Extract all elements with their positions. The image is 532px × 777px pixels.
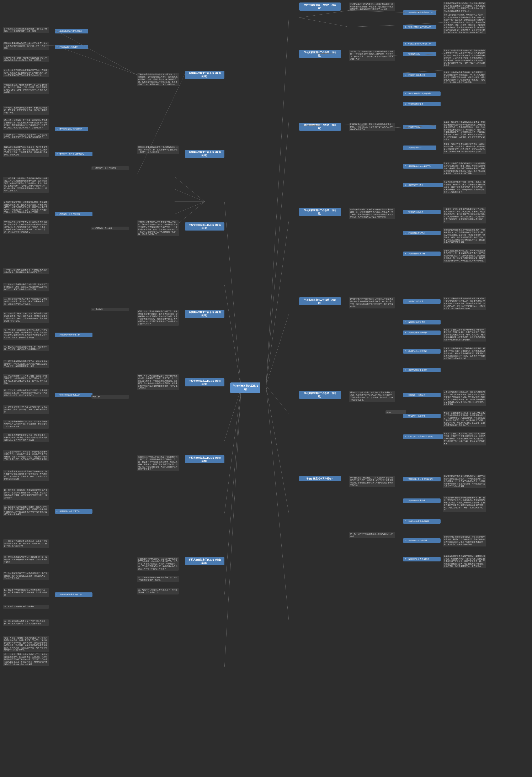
rb3-sub3: 三、仪器设备的维护与保养工作 (403, 164, 445, 169)
lb2-sub1: 半学期来，本室认真开展实验教学，积极组织实验活动，配合备课，协助开展教研活动，保… (3, 106, 49, 115)
extra-sub1: 3、教研教学、欢迎大家来看 (92, 166, 129, 170)
lb3-intro: 学校实验室本学期的工作是本学期学校工作的心，与为研究实验教学为目标，积极推进学生… (137, 220, 179, 236)
lb3-sub1: 一、半学期来，实验室在认真组织好实验课前的各项准备工作，认真搜集查询实验教学规律… (3, 177, 49, 193)
extra-sub4: 一般工作： (92, 395, 129, 399)
rb6-sub1: 一、做好服务，积极配合 (403, 393, 440, 397)
lb7-sub1b: 二、与此同时，实验室还有序地展开了一些和仪器借用、管理相关的工作 (137, 588, 179, 594)
svg-line-10 (266, 314, 289, 385)
lb4-sub2: 二、实验材料及仪器准备工作做到充足，实验配合工作做到提前、及时，实验员全力配合教… (3, 283, 49, 292)
lb5-node: 学校实验室期末工作总结（精选题目） (185, 378, 225, 386)
rb3-intro: 忙碌而充实的本学期，我做好了实验室的各项工作，保持了一颗积极向上、乐于工作的心，… (349, 123, 395, 131)
svg-line-17 (174, 202, 205, 214)
lb2-sub5-label: 2、教研教学，课外辅导活动总结 (55, 152, 93, 156)
lb6-sub5-label: 4、实验室期末物资管理工作 (55, 509, 93, 514)
svg-line-15 (174, 189, 205, 202)
extra-sub3: 3、几点教学 (92, 308, 129, 311)
rb4-node: 学校实验室期末工作总结（精选题） (299, 208, 341, 216)
lb1-sub2: 学校实验室本学期内加强了对学生的安全教育，健全了各科教研组的规范管理，做到安全工… (3, 41, 49, 50)
rb4-sub1-detail: 一学期来，在实验室工作的实验老师做到了全身心投入实验教学工作中，认真完成了各教研… (443, 207, 486, 223)
lb7-sub3: 二、规范化仪器设备的管理，对仪器设备实行统一编号管理，对设备进行日常维护和保养，… (3, 555, 49, 564)
lb4-sub5-label: 4、实验室期末物资管理工作 (55, 333, 93, 337)
lb3-sub2: 如何规范实验室管理，提高实验室利用率，完善实验室档案管理等工作，也是本学期实验室… (3, 201, 49, 214)
lb1-sub1: 多半实验室期末总结没有固定的套路，内容上是工作报告，格式上应简明扼要，成绩上报展 (3, 27, 49, 33)
rb6-node: 学校实验室期末工作总结（精选题） (299, 391, 341, 399)
svg-line-0 (225, 202, 241, 389)
rb6-sub3-detail: 本学期，实验室注重提高学生的动手能力和实验操作技能，积极支持开展课外科技兴趣活动… (443, 432, 486, 445)
lb5-sub3: 三、学校实验室坚守了工作下，做好了实验器材的保管和管理，对损坏的器材及时进行了维… (3, 374, 49, 385)
rb5-sub4: 四、积极配合学校教研活动 (403, 349, 440, 354)
rb4-sub3: 三、实验室安全卫生工作 (403, 251, 440, 256)
lb3-sub2-label: 2、教研教学，欢迎大家来看 (55, 212, 93, 216)
rb7-sub4-detail: 实验室积极开展实验室文化建设，营造良好的科学探究氛围，着重从仪器设备的管理、实验… (443, 535, 486, 547)
rb2-sub3: 三、学生实验的劳动和兴趣培养 (403, 92, 440, 96)
svg-line-33 (137, 74, 185, 175)
lb5-sub4: 四、产管结合，促进实验室工作正常运行，促进实验室的安全卫生工作，学校实验室对学生… (3, 389, 49, 398)
svg-line-11 (266, 385, 289, 414)
center-node: 学校实验室期末工作总结 (230, 382, 260, 393)
lb4-sub1: 一学期来，积极组织实验室工作，积极配合教师开展实验课教学，及时做好实验室的各项记… (3, 268, 49, 274)
rb2-node: 学校实验室期末工作总结（精选题） (299, 50, 341, 58)
rb2-sub1: 一、实验教学情况 (403, 52, 436, 56)
rb4-intro: 在过去的这一学期，实验室的工作再次取得了丰硕的成果，每一位实验员都在各自的岗位上… (349, 208, 395, 219)
svg-line-1 (225, 285, 241, 389)
lb4-sub5: 五、严格管理，认真对实验室进行安全检查，完善安全防护设施，进行了消防安全演练，加… (3, 328, 49, 340)
rb1-sub2-label: 二、实验室仪器设备的管理工作 (403, 25, 436, 29)
rb2-intro: 本学期，我们实验室各项工作在学校领导的支持和鼓励下，全体实验员在互相配合、团结协… (349, 50, 395, 61)
rb7-sub2: 二、实验室安全卫生管理 (403, 498, 440, 503)
lb7-sub5-label: 4、实验室的对内专题宣传工作 (55, 592, 93, 597)
lb3-sub3: 本学期工作不足之处主要有：个别仪器设备有老化现象，需更新改造；实验室开放的频次和… (3, 220, 49, 234)
rb4-sub1: 一、实验教学情况概述 (403, 210, 440, 214)
lb6-sub4: 四、制定规范、认真学习，提高实验室管理人员的业务水平。定期组织实验员参加学习和培… (3, 488, 49, 500)
svg-line-12 (266, 385, 289, 514)
lb5-sub5: 五、建立健全实验室安全档案，对实验室进行了全面安全检查，排查了安全隐患，加强了实… (3, 405, 49, 414)
rb2-sub1-detail: 本学期，在进行理化生实验教学时，实验老师都能认真指导学生实验，培养学生的动手能力… (443, 49, 486, 67)
rb7-intro: 以学校实验室工作为契机，从以下方面对本学期实验室的工作进行总结，电脑网络，机柜的… (349, 476, 395, 487)
svg-line-22 (349, 25, 403, 27)
rb7-sub5: 五、实验室安全建设工作情况 (403, 557, 440, 561)
lb6-sub2: 二、以前期实验教学工作为基础，认真开展实验教学的研讨工作，做好实验工作记录，对实… (3, 450, 49, 461)
rb7-sub2-detail: 实验室的日常安全卫生管理是重要的日常工作，我们一贯重视安全工作，全体实验员认真落… (443, 496, 486, 512)
rb5-sub3: 三、实验室仪器设备的维护 (403, 331, 440, 335)
svg-line-6 (225, 389, 241, 667)
lb7-sub1-detail: 一、以积极配合教师实验教学的准备工作，保证了实验教学质量的不断提高 (137, 576, 179, 582)
lower-left1: 总之，本学期，通过全体实验员的努力工作，学校实验室在实验教学、仪器设备管理、安全… (3, 653, 49, 666)
lb6-node: 学校实验室期末工作总结（精选题目） (185, 455, 225, 463)
rb1-sub1-text: 在必要的学校对所有的教师的，学校在整本期间对学校所有的实验室进行了专项整改，对各… (349, 2, 395, 11)
rb2-sub2-detail: 本学期，实验室的卫生情况良好，每次实验完毕后，由值日同学将实验室打扫干净，器材设… (443, 71, 486, 84)
rb5-intro: 以培育学生的科学素养为核心，实验室工作的基本点落实在促进学生科技素质的全面提升，… (349, 297, 395, 309)
rb4-sub2-detail: 实验室的日常物资管理是学校实验室工作的一个重要组成部分，本学期实验室物资管理工作… (443, 228, 486, 244)
svg-line-5 (225, 389, 241, 594)
rb7-sub4: 四、实验室建设工作的进展 (403, 538, 440, 543)
lb5-sub4-label: 4、实验室期末物资管理工作 (55, 393, 93, 397)
lb7-sub4: 三、学校实验室坚持了工作制度的规范运行，进行安全检查，做到了实验药品规范存放，消… (3, 572, 49, 580)
lb5-sub6: 六、组织学生开展科技活动，提高了学生参与实验探究的主动性，培养学生的科技创新精神… (3, 420, 49, 429)
rb6-sub3: 三、以用为本，提高学生学习兴趣 (403, 434, 445, 439)
rb7-deep1: 以下是一些关于学校实验室期末工作总结的范文，供参考 (349, 532, 395, 538)
lb6-sub5: 五、实验室积极开展实验室文化建设，营造良好的科学文化氛围，利用各种宣传手段，积极… (3, 505, 49, 516)
lb7-intro: 实验室的工作的情况总结，在过去的每个实验学习工作学期中，每名实验员积极主动工作，… (137, 557, 179, 571)
top-right-text1: 在必要的学校对所有的教师的，学校在整本期间对学校所有的实验室进行了专项整改，对各… (443, 2, 486, 13)
lb2-sub5: 较好地完成了本学期的实验教学任务，加强了安全管理，改善实验室条件，努力营造良好实… (3, 145, 49, 157)
svg-line-3 (225, 389, 241, 441)
mindmap-container: 学校实验室期末工作总结 学校实验室期末工作总结（精选题） 在必要的学校对所有的教… (0, 0, 532, 777)
rb2-sub4: 四、实验辅助教学工作 (403, 102, 440, 106)
rb3-sub3-detail: 本学期，实验室定期进行检查维护，对各实验室的仪器设备进行保养、维修，做到了对实验… (443, 162, 486, 175)
rb5-sub5: 五、仪器的采购及报废处理 (403, 368, 440, 372)
rb5-node: 学校实验室期末工作总结（精选题） (299, 297, 341, 305)
lb4-intro: 精研，今年，我实验室积极进行科研工作，积极参加各类学生科技比赛，取得了优异的成绩… (137, 310, 179, 326)
lb7-sub5: 四、积极参与学校的组织活动，努力配合教师的工作，在学生实验操作指导上不断完善，取… (3, 588, 49, 597)
bram-annotation: BrAm (386, 410, 406, 414)
lb5-intro: 继续，今年，我实验室积极进行了科学教学实验的改革，科学建设了实验室，完成了新一批… (137, 374, 179, 390)
svg-line-13 (266, 385, 289, 622)
lb4-sub3: 三、实验室在标本管理工作上有了很大的进步，将标本进行规范整理，分类存放，建立了完… (3, 297, 49, 306)
rb6-sub2-detail: 本学期，实验室的管理工作进一步规范，我们认真执行了实验室的各项规章制度，做到了实… (443, 411, 486, 427)
rb4-sub3-detail: 学校一直把实验室的安全卫生工作作为实验室管理工作的重中之重，全体实验员认真负责的… (443, 249, 486, 262)
connector-lines-2 (0, 0, 532, 777)
lb2-sub3-label: 1、教学教研活动，课内外辅导 (55, 127, 88, 131)
lb1-intro: 学校实验室期末工作总结怎么写？看下面，工作总结就是一个时候阶段的工作进行一次全面… (137, 73, 179, 86)
lb7-sub7: 六、实验室积极配合教务处做好了学生实验考核工作，严格把关实验成绩，提高了实验教学… (3, 620, 49, 626)
svg-line-4 (225, 389, 241, 514)
lb7-deep1: 总之，本学期，通过全体实验员的努力工作，学校实验室在实验教学、仪器设备管理、安全… (3, 636, 49, 652)
svg-line-7 (266, 18, 289, 385)
rb7-sub3: 三、学校与实验室之间的联系 (403, 519, 440, 524)
